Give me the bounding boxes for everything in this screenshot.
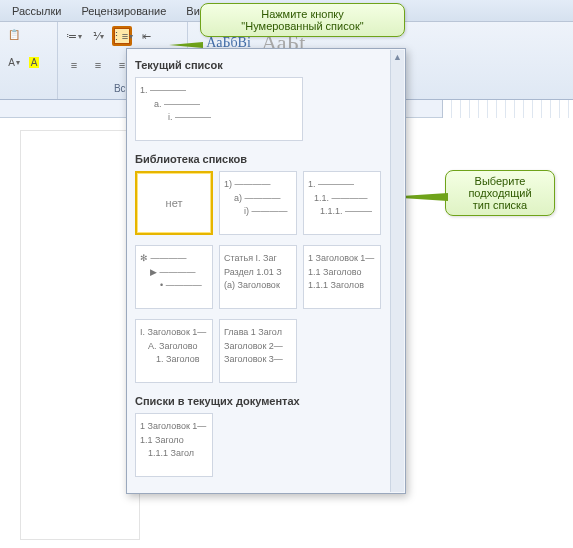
section-current-list: Текущий список [133, 55, 399, 75]
list-thumb[interactable]: Глава 1 Загол Заголовок 2— Заголовок 3— [219, 319, 297, 383]
list-thumb[interactable]: Статья I. Заг Раздел 1.01 З (a) Заголово… [219, 245, 297, 309]
callout-choose-type: Выберите подходящий тип списка [445, 170, 555, 216]
multilevel-list-button[interactable]: ⋮≡▾ [112, 26, 132, 46]
tab-mailings[interactable]: Рассылки [2, 2, 71, 20]
numbering-icon[interactable]: ⅟▾ [88, 26, 108, 46]
list-thumb[interactable]: 1) ———— a) ———— i) ———— [219, 171, 297, 235]
list-thumb[interactable]: 1 Заголовок 1— 1.1 Заголо 1.1.1 Загол [135, 413, 213, 477]
group-label [6, 83, 51, 97]
align-left-icon[interactable]: ≡ [64, 55, 84, 75]
current-list-thumb[interactable]: 1. ———— a. ———— i. ———— [135, 77, 303, 141]
font-color-icon[interactable]: A▾ [6, 55, 22, 71]
list-thumb[interactable]: 1 Заголовок 1— 1.1 Заголово 1.1.1 Заголо… [303, 245, 381, 309]
highlight-icon[interactable]: A [26, 55, 42, 71]
paste-icon[interactable]: 📋 [6, 26, 22, 42]
list-thumb[interactable]: 1. ———— 1.1. ———— 1.1.1. ——— [303, 171, 381, 235]
list-thumb[interactable]: ✻ ———— ▶ ———— • ———— [135, 245, 213, 309]
multilevel-list-dropdown: Текущий список 1. ———— a. ———— i. ———— Б… [126, 48, 406, 494]
list-thumb[interactable]: I. Заголовок 1— A. Заголово 1. Заголов [135, 319, 213, 383]
section-doc-lists: Списки в текущих документах [133, 391, 399, 411]
section-list-library: Библиотека списков [133, 149, 399, 169]
indent-dec-icon[interactable]: ⇤ [136, 26, 156, 46]
page [20, 130, 140, 540]
list-thumb-none[interactable]: нет [135, 171, 213, 235]
bullets-icon[interactable]: ≔▾ [64, 26, 84, 46]
align-center-icon[interactable]: ≡ [88, 55, 108, 75]
scrollbar[interactable] [390, 50, 404, 492]
callout-press-button: Нажмите кнопку "Нумерованный список" [200, 3, 405, 37]
tab-review[interactable]: Рецензирование [71, 2, 176, 20]
